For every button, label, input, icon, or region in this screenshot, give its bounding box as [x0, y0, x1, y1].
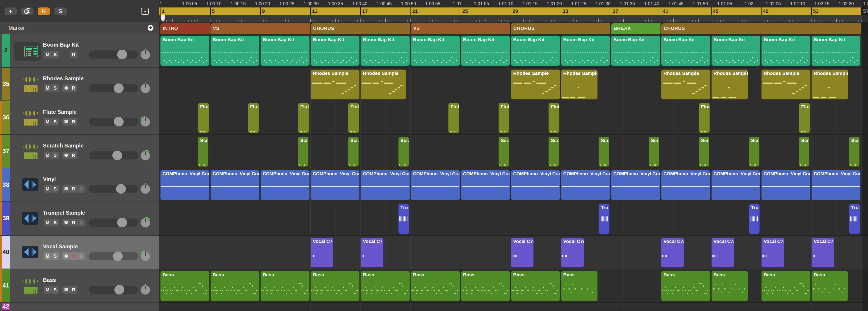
region-tru[interactable]: Tru	[398, 204, 409, 234]
track-header-boom-bap-kit[interactable]: 2› Boom Bap KitMSR	[0, 34, 159, 67]
region-rhodes-sample[interactable]: Rhodes Sample	[711, 69, 748, 100]
region-vocal-c7s[interactable]: Vocal C7s	[711, 237, 734, 267]
region-scra[interactable]: Scra	[749, 137, 760, 167]
region-rhodes-sample[interactable]: Rhodes Sample	[561, 69, 598, 100]
track-header-42[interactable]: 42	[0, 303, 159, 311]
bar-ruler[interactable]: 159131721252933374145495357	[159, 7, 868, 15]
solo-button[interactable]: S	[51, 219, 59, 226]
region-comphono_vinyl-crac[interactable]: COMPhono_Vinyl Crac	[511, 170, 560, 200]
region-comphono_vinyl-crac[interactable]: COMPhono_Vinyl Crac	[260, 170, 310, 200]
region-rhodes-sample[interactable]: Rhodes Sample	[761, 69, 811, 100]
arrangement-marker-break[interactable]: BREAK	[611, 23, 660, 34]
freeze-button[interactable]: ❄	[62, 286, 70, 293]
mute-button[interactable]: M	[43, 252, 51, 260]
region-scra[interactable]: Scra	[649, 137, 659, 167]
region-bass[interactable]: Bass	[411, 271, 460, 301]
region-flut[interactable]: Flut	[248, 103, 259, 133]
region-boom-bap-kit[interactable]: Boom Bap Kit	[361, 36, 410, 66]
solo-button[interactable]: S	[51, 118, 59, 125]
track-header-vinyl[interactable]: 38VinylMS❄RI	[0, 168, 159, 202]
volume-slider-knob[interactable]	[114, 285, 124, 294]
mute-button[interactable]: M	[43, 118, 51, 125]
region-bass[interactable]: Bass	[211, 271, 260, 301]
region-flut[interactable]: Flut	[298, 103, 309, 133]
mute-button[interactable]: M	[43, 84, 51, 92]
region-boom-bap-kit[interactable]: Boom Bap Kit	[411, 36, 460, 66]
region-bass[interactable]: Bass	[761, 271, 811, 301]
region-bass[interactable]: Bass	[711, 271, 748, 301]
region-flut[interactable]: Flut	[548, 103, 559, 133]
region-flut[interactable]: Flut	[448, 103, 459, 133]
region-comphono_vinyl-crac[interactable]: COMPhono_Vinyl Crac	[561, 170, 610, 200]
pan-knob[interactable]	[140, 284, 151, 296]
record-enable-button[interactable]: R	[70, 84, 77, 92]
region-scra[interactable]: Scra	[598, 137, 609, 167]
solo-button[interactable]: S	[51, 252, 59, 260]
beat-tick-ruler[interactable]	[159, 15, 868, 23]
region-vocal-c7s[interactable]: Vocal C7s	[761, 237, 784, 267]
volume-slider-knob[interactable]	[116, 184, 126, 194]
volume-slider-knob[interactable]	[113, 252, 123, 261]
pan-knob[interactable]	[140, 150, 151, 162]
region-boom-bap-kit[interactable]: Boom Bap Kit	[811, 36, 861, 66]
track-name[interactable]: Boom Bap Kit	[43, 41, 79, 48]
region-bass[interactable]: Bass	[511, 271, 560, 301]
track-header-flute-sample[interactable]: 36Flute SampleMS❄R	[0, 101, 159, 135]
track-name[interactable]: Rhodes Sample	[43, 75, 84, 82]
arrangement-marker-intro[interactable]: INTRO	[160, 23, 210, 34]
region-comphono_vinyl-crac[interactable]: COMPhono_Vinyl Crac	[411, 170, 460, 200]
mute-button[interactable]: M	[43, 185, 51, 193]
volume-slider-knob[interactable]	[112, 151, 122, 160]
volume-slider[interactable]	[89, 252, 138, 260]
track-name[interactable]: Flute Sample	[43, 109, 76, 115]
region-bass[interactable]: Bass	[160, 271, 210, 301]
region-comphono_vinyl-crac[interactable]: COMPhono_Vinyl Crac	[611, 170, 660, 200]
pan-knob[interactable]	[140, 251, 151, 262]
region-flut[interactable]: Flut	[348, 103, 359, 133]
region-vocal-c7s[interactable]: Vocal C7s	[511, 237, 534, 267]
region-comphono_vinyl-crac[interactable]: COMPhono_Vinyl Crac	[761, 170, 811, 200]
freeze-button[interactable]: ❄	[62, 151, 70, 159]
volume-slider-knob[interactable]	[114, 117, 124, 126]
region-boom-bap-kit[interactable]: Boom Bap Kit	[461, 36, 510, 66]
pan-knob[interactable]	[140, 49, 151, 61]
region-bass[interactable]: Bass	[661, 271, 710, 301]
record-enable-button[interactable]: R	[70, 219, 77, 226]
track-name[interactable]: Vinyl	[43, 176, 56, 182]
record-enable-button[interactable]: R	[70, 51, 77, 58]
solo-tracks-button[interactable]: S	[55, 7, 67, 15]
region-rhodes-sample[interactable]: Rhodes Sample	[661, 69, 710, 100]
pan-knob[interactable]	[140, 183, 151, 195]
freeze-button[interactable]: ❄	[62, 219, 70, 226]
region-scra[interactable]: Scra	[849, 137, 860, 167]
region-boom-bap-kit[interactable]: Boom Bap Kit	[511, 36, 560, 66]
track-header-vocal-sample[interactable]: 40Vocal SampleMS❄RI	[0, 236, 159, 270]
region-rhodes-sample[interactable]: Rhodes Sample	[361, 69, 406, 100]
input-monitor-button[interactable]: I	[77, 185, 85, 193]
volume-slider[interactable]	[89, 118, 138, 126]
region-bass[interactable]: Bass	[811, 271, 848, 301]
record-enable-button[interactable]: R	[70, 252, 77, 260]
mute-button[interactable]: M	[43, 151, 51, 159]
arrangement-marker-vs[interactable]: VS	[211, 23, 310, 34]
region-scra[interactable]: Scra	[348, 137, 359, 167]
region-scra[interactable]: Scra	[548, 137, 559, 167]
region-scra[interactable]: Scra	[198, 137, 209, 167]
track-name[interactable]: Bass	[43, 277, 56, 283]
playhead[interactable]	[163, 15, 163, 311]
region-boom-bap-kit[interactable]: Boom Bap Kit	[761, 36, 811, 66]
volume-slider[interactable]	[89, 185, 138, 193]
region-scra[interactable]: Scra	[398, 137, 409, 167]
region-comphono_vinyl-crac[interactable]: COMPhono_Vinyl Crac	[461, 170, 510, 200]
region-bass[interactable]: Bass	[561, 271, 598, 301]
record-enable-button[interactable]: R	[70, 286, 77, 293]
marker-track-header[interactable]: Marker +	[0, 22, 159, 34]
arrangement-marker-chorus[interactable]: CHORUS	[661, 23, 861, 34]
region-bass[interactable]: Bass	[311, 271, 360, 301]
mute-button[interactable]: M	[43, 219, 51, 226]
playhead-handle[interactable]	[161, 15, 165, 20]
region-boom-bap-kit[interactable]: Boom Bap Kit	[561, 36, 610, 66]
region-vocal-c7s[interactable]: Vocal C7s	[811, 237, 834, 267]
region-flut[interactable]: Flut	[799, 103, 810, 133]
region-vocal-c7s[interactable]: Vocal C7s	[311, 237, 333, 267]
